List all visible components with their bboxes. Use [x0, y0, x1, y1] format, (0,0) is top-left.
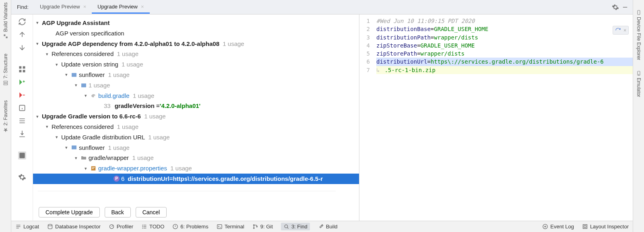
bottom-todo[interactable]: TODO [141, 224, 164, 230]
svg-point-22 [253, 228, 254, 229]
gear-icon[interactable] [18, 173, 26, 181]
group-icon[interactable] [18, 65, 26, 73]
svg-point-17 [48, 224, 52, 226]
module-icon [71, 144, 77, 151]
gear-icon[interactable] [612, 4, 619, 11]
tab-upgrade-preview-2[interactable]: Upgrade Preview× [92, 0, 149, 14]
tree-spec[interactable]: AGP version specification [33, 28, 359, 39]
tree-upgrade-gradle[interactable]: ▾Upgrade Gradle version to 6.6-rc-6 1 us… [33, 111, 359, 122]
rail-build-variants[interactable]: Build Variants [3, 2, 8, 39]
tree-update-version[interactable]: ▾Update version string 1 usage [33, 59, 359, 70]
svg-rect-6 [23, 66, 25, 69]
tree-module-sunflower-1[interactable]: ▾sunflower 1 usage [33, 70, 359, 80]
rail-device-file-explorer[interactable]: Device File Explorer [636, 10, 642, 60]
close-icon[interactable]: × [623, 27, 626, 33]
svg-rect-10 [19, 153, 25, 158]
properties-icon [90, 165, 97, 172]
action-buttons: Complete Upgrade Back Cancel [33, 204, 359, 221]
svg-rect-11 [72, 73, 76, 77]
close-icon[interactable]: × [141, 4, 144, 10]
bottom-build[interactable]: Build [318, 224, 338, 230]
svg-rect-5 [19, 66, 21, 69]
find-label: Find: [11, 4, 34, 10]
tree-upgrade-agp[interactable]: ▾Upgrade AGP dependency from 4.2.0-alpha… [33, 39, 359, 49]
svg-rect-27 [584, 226, 586, 228]
svg-rect-3 [4, 81, 7, 83]
bottom-git[interactable]: 9: Git [252, 224, 273, 230]
svg-rect-1 [4, 34, 5, 36]
svg-rect-12 [81, 83, 86, 87]
complete-upgrade-button[interactable]: Complete Upgrade [39, 207, 100, 218]
status-bar: Logcat Database Inspector Profiler TODO … [11, 221, 633, 232]
info-icon[interactable] [18, 104, 26, 112]
tree-update-dist-url[interactable]: ▾Update Gradle distribution URL 1 usage [33, 132, 359, 143]
arrow-down-icon[interactable] [18, 44, 26, 52]
tab-upgrade-preview-1[interactable]: Upgrade Preview× [34, 0, 92, 14]
module-icon [80, 82, 87, 89]
reload-icon [615, 27, 621, 33]
tree-module-sunflower-2[interactable]: ▾sunflower 1 usage [33, 143, 359, 153]
editor-code[interactable]: #Wed Jun 10 11:09:15 PDT 2020 distributi… [373, 14, 633, 221]
find-tabstrip: Find: Upgrade Preview× Upgrade Preview× [11, 0, 633, 14]
svg-point-21 [253, 225, 254, 226]
editor-panel: 1 2 3 4 5 6 7 #Wed Jun 10 11:09:15 PDT 2… [359, 14, 633, 221]
right-tool-rail: Device File Explorer Emulator [633, 0, 644, 232]
property-icon: P [114, 176, 120, 182]
tree-code-line-1[interactable]: 33gradleVersion = '4.2.0-alpha01' [33, 101, 359, 111]
rail-emulator[interactable]: Emulator [636, 70, 642, 97]
svg-rect-28 [638, 10, 640, 15]
minimize-icon[interactable] [621, 4, 629, 11]
svg-rect-20 [217, 225, 222, 229]
tree-root[interactable]: ▾AGP Upgrade Assistant [33, 18, 359, 28]
svg-rect-0 [6, 37, 7, 38]
back-button[interactable]: Back [105, 207, 131, 218]
rail-favorites[interactable]: 2: Favorites [3, 100, 8, 133]
reload-popup[interactable]: × [613, 26, 629, 35]
tree-file-gradle-wrapper-properties[interactable]: ▾gradle-wrapper.properties 1 usage [33, 163, 359, 174]
tree-refs-2[interactable]: ▾References considered 1 usage [33, 122, 359, 132]
bottom-logcat[interactable]: Logcat [15, 224, 39, 230]
flatten-icon[interactable] [18, 117, 26, 125]
svg-point-24 [285, 225, 288, 228]
preview-icon[interactable] [18, 151, 26, 160]
svg-point-23 [256, 226, 258, 227]
svg-rect-26 [583, 225, 587, 229]
bottom-problems[interactable]: 6: Problems [172, 224, 208, 230]
tree-folder-blank[interactable]: ▾1 usage [33, 80, 359, 91]
folder-icon [80, 155, 87, 161]
svg-rect-13 [72, 146, 76, 149]
svg-rect-2 [4, 83, 7, 85]
bottom-db-inspector[interactable]: Database Inspector [47, 224, 101, 230]
tree-folder-wrapper[interactable]: ▾gradle/wrapper 1 usage [33, 153, 359, 163]
bottom-find[interactable]: 3: Find [281, 223, 310, 230]
upgrade-tree-panel: ▾AGP Upgrade Assistant AGP version speci… [33, 14, 359, 221]
add-icon[interactable] [18, 78, 26, 86]
bottom-layout-inspector[interactable]: Layout Inspector [582, 224, 629, 230]
svg-rect-15 [92, 167, 95, 168]
rail-structure[interactable]: 7: Structure [3, 54, 8, 86]
bottom-event-log[interactable]: Event Log [542, 224, 574, 230]
svg-rect-16 [92, 168, 94, 169]
editor-gutter: 1 2 3 4 5 6 7 [359, 14, 373, 221]
bottom-profiler[interactable]: Profiler [109, 224, 133, 230]
bottom-terminal[interactable]: Terminal [217, 224, 244, 230]
close-icon[interactable]: × [83, 4, 87, 10]
tree-code-line-selected[interactable]: P6distributionUrl=https\://services.grad… [33, 174, 359, 184]
refresh-icon[interactable] [18, 18, 26, 26]
find-toolbar [11, 14, 33, 221]
svg-point-30 [638, 75, 639, 75]
svg-rect-8 [23, 70, 25, 72]
arrow-up-icon[interactable] [18, 31, 26, 39]
module-icon [71, 72, 77, 78]
remove-icon[interactable] [18, 91, 26, 99]
svg-rect-7 [19, 70, 21, 72]
tree-file-build-gradle[interactable]: ▾build.gradle 1 usage [33, 91, 359, 101]
cancel-button[interactable]: Cancel [136, 207, 167, 218]
gradle-icon [90, 92, 97, 99]
export-icon[interactable] [18, 130, 26, 138]
left-tool-rail: Build Variants 7: Structure 2: Favorites [0, 0, 11, 232]
tree-refs-1[interactable]: ▾References considered 1 usage [33, 49, 359, 59]
